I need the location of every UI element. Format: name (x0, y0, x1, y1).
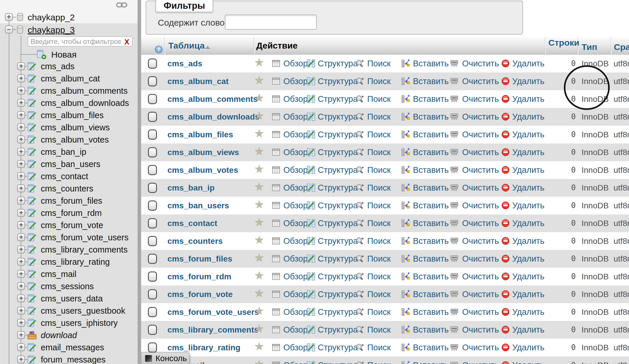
favorite-star-icon[interactable]: ★ (254, 127, 264, 140)
row-checkbox[interactable] (148, 289, 157, 299)
expand-icon[interactable] (17, 307, 25, 315)
drop-link[interactable]: Удалить (512, 108, 545, 126)
empty-link[interactable]: Очистить (462, 250, 499, 268)
drop-link[interactable]: Удалить (512, 90, 545, 108)
sidebar-db-chaykapp-2[interactable]: chaykapp_2 (28, 13, 75, 22)
search-link[interactable]: Поиск (367, 339, 391, 356)
table-name-link[interactable]: cms_ban_users (167, 197, 229, 214)
sidebar-item-label[interactable]: cms_album_downloads (41, 98, 129, 108)
browse-link[interactable]: Обзор (283, 143, 308, 161)
drop-link[interactable]: Удалить (512, 55, 545, 72)
drop-link[interactable]: Удалить (512, 161, 545, 179)
sidebar-item-label[interactable]: cms_album_comments (41, 86, 128, 96)
link-icon[interactable] (116, 1, 128, 9)
sidebar-item[interactable]: cms_forum_files (0, 195, 137, 207)
expand-icon[interactable] (17, 62, 25, 70)
structure-link[interactable]: Структура (318, 55, 358, 72)
sidebar-item[interactable]: cms_ban_ip (0, 146, 137, 158)
expand-icon[interactable] (17, 294, 25, 302)
sidebar-item-label[interactable]: cms_contact (41, 172, 88, 181)
sidebar-item[interactable]: cms_forum_rdm (0, 207, 137, 219)
browse-link[interactable]: Обзор (283, 339, 308, 356)
table-name-link[interactable]: cms_forum_vote_users (167, 303, 259, 321)
row-checkbox[interactable] (148, 254, 157, 264)
row-checkbox[interactable] (148, 325, 157, 335)
empty-link[interactable]: Очистить (462, 197, 499, 214)
favorite-star-icon[interactable]: ★ (254, 251, 264, 264)
structure-link[interactable]: Структура (318, 108, 358, 126)
drop-link[interactable]: Удалить (512, 321, 545, 339)
sidebar-item-label[interactable]: cms_forum_files (41, 196, 102, 206)
favorite-star-icon[interactable]: ★ (254, 358, 264, 364)
search-link[interactable]: Поиск (367, 126, 391, 143)
browse-link[interactable]: Обзор (283, 214, 308, 232)
drop-link[interactable]: Удалить (512, 126, 545, 143)
empty-link[interactable]: Очистить (462, 268, 499, 285)
search-link[interactable]: Поиск (367, 214, 391, 232)
insert-link[interactable]: Вставить (413, 161, 449, 179)
structure-link[interactable]: Структура (318, 250, 358, 268)
expand-icon[interactable] (17, 282, 25, 290)
search-link[interactable]: Поиск (367, 356, 391, 364)
empty-link[interactable]: Очистить (462, 72, 499, 90)
structure-link[interactable]: Структура (318, 72, 358, 90)
expand-icon[interactable] (17, 331, 25, 339)
row-checkbox[interactable] (148, 236, 157, 246)
drop-link[interactable]: Удалить (512, 232, 545, 250)
browse-link[interactable]: Обзор (283, 303, 308, 321)
insert-link[interactable]: Вставить (413, 90, 449, 108)
browse-link[interactable]: Обзор (283, 126, 308, 143)
sidebar-item-label[interactable]: cms_ads (41, 62, 75, 71)
sidebar-item-label[interactable]: email_messages (41, 343, 104, 352)
table-name-link[interactable]: cms_album_views (167, 143, 239, 161)
empty-link[interactable]: Очистить (462, 55, 499, 72)
expand-icon[interactable] (17, 111, 25, 119)
sidebar-item[interactable]: cms_mail (0, 268, 137, 280)
favorite-star-icon[interactable]: ★ (254, 56, 264, 69)
contains-word-input[interactable] (225, 15, 317, 30)
sidebar-item-label[interactable]: cms_forum_vote_users (41, 233, 128, 242)
insert-link[interactable]: Вставить (413, 72, 449, 90)
empty-link[interactable]: Очистить (462, 90, 499, 108)
row-checkbox[interactable] (148, 129, 157, 140)
empty-link[interactable]: Очистить (462, 303, 499, 321)
expand-icon[interactable] (17, 270, 25, 278)
sidebar-item[interactable]: cms_library_rating (0, 256, 137, 268)
row-checkbox[interactable] (148, 165, 157, 175)
sidebar-item[interactable]: cms_album_comments (0, 85, 137, 97)
sidebar-item[interactable]: cms_forum_vote_users (0, 231, 137, 244)
table-name-link[interactable]: cms_contact (167, 214, 217, 232)
sidebar-item[interactable]: cms_album_downloads (0, 97, 137, 109)
sidebar-item[interactable]: cms_album_files (0, 109, 137, 121)
expand-icon[interactable] (17, 136, 25, 143)
expand-icon[interactable] (17, 258, 25, 266)
expand-icon[interactable] (17, 356, 25, 363)
expand-icon[interactable] (17, 233, 25, 241)
empty-link[interactable]: Очистить (462, 285, 499, 303)
structure-link[interactable]: Структура (318, 303, 358, 321)
sidebar-item[interactable]: cms_library_comments (0, 244, 137, 256)
empty-link[interactable]: Очистить (462, 161, 499, 179)
search-link[interactable]: Поиск (367, 108, 391, 126)
favorite-star-icon[interactable]: ★ (254, 233, 264, 246)
search-link[interactable]: Поиск (367, 303, 391, 321)
drop-link[interactable]: Удалить (512, 303, 545, 321)
search-link[interactable]: Поиск (367, 197, 391, 214)
empty-link[interactable]: Очистить (462, 339, 499, 356)
expand-icon[interactable] (17, 197, 25, 205)
expand-icon[interactable] (17, 319, 25, 327)
insert-link[interactable]: Вставить (413, 232, 449, 250)
insert-link[interactable]: Вставить (413, 356, 449, 364)
sidebar-item-label[interactable]: cms_library_rating (41, 257, 110, 267)
sidebar-item-label[interactable]: cms_sessions (41, 282, 94, 291)
search-link[interactable]: Поиск (367, 179, 391, 197)
sidebar-item-label[interactable]: cms_album_votes (41, 135, 109, 145)
expand-icon[interactable] (5, 13, 13, 21)
search-link[interactable]: Поиск (367, 268, 391, 285)
structure-link[interactable]: Структура (318, 214, 358, 232)
table-name-link[interactable]: cms_ads (167, 55, 202, 72)
structure-link[interactable]: Структура (318, 356, 358, 364)
search-link[interactable]: Поиск (367, 90, 391, 108)
sidebar-item[interactable]: download (0, 329, 137, 341)
insert-link[interactable]: Вставить (413, 285, 449, 303)
